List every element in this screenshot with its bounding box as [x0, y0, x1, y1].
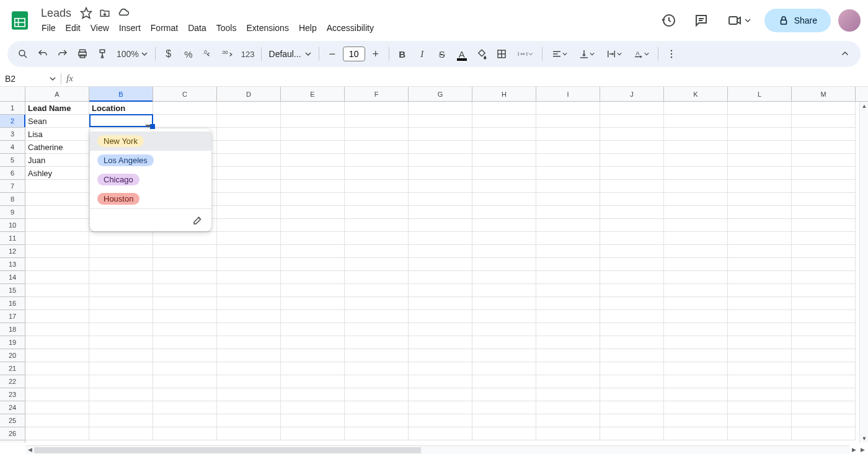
redo-icon[interactable]: [53, 45, 72, 63]
row-header[interactable]: 8: [0, 193, 25, 206]
cell[interactable]: [536, 258, 600, 271]
cell[interactable]: [25, 219, 89, 232]
undo-icon[interactable]: [33, 45, 52, 63]
cell[interactable]: [345, 232, 409, 245]
cell[interactable]: [217, 271, 281, 284]
row-header[interactable]: 19: [0, 336, 25, 349]
cell[interactable]: [600, 206, 664, 219]
cell[interactable]: [792, 154, 856, 167]
cell[interactable]: [472, 414, 536, 427]
cell[interactable]: [472, 193, 536, 206]
cell[interactable]: [536, 427, 600, 440]
cell[interactable]: [728, 349, 792, 362]
cell[interactable]: [792, 193, 856, 206]
scroll-right-icon[interactable]: ▶: [849, 445, 858, 454]
paint-format-icon[interactable]: [93, 45, 112, 63]
cell[interactable]: [728, 219, 792, 232]
row-header[interactable]: 26: [0, 427, 25, 440]
cell[interactable]: [217, 284, 281, 297]
cell[interactable]: [600, 154, 664, 167]
cell[interactable]: [153, 375, 217, 388]
cell[interactable]: [728, 297, 792, 310]
cell[interactable]: [217, 245, 281, 258]
cell[interactable]: [89, 297, 153, 310]
cell[interactable]: [345, 427, 409, 440]
cell[interactable]: Location: [89, 102, 153, 115]
cell[interactable]: [89, 349, 153, 362]
cell[interactable]: [409, 362, 472, 375]
cell[interactable]: [664, 349, 728, 362]
cell[interactable]: [728, 141, 792, 154]
font-select[interactable]: Defaul...: [265, 47, 315, 61]
cell[interactable]: [345, 219, 409, 232]
cell[interactable]: [664, 180, 728, 193]
cell[interactable]: [664, 297, 728, 310]
cell[interactable]: [600, 245, 664, 258]
cell[interactable]: [664, 206, 728, 219]
cell[interactable]: [345, 258, 409, 271]
cell[interactable]: [153, 323, 217, 336]
cell[interactable]: [153, 102, 217, 115]
cell[interactable]: [409, 401, 472, 414]
cell[interactable]: [89, 115, 153, 128]
cell[interactable]: [536, 375, 600, 388]
collapse-toolbar-icon[interactable]: [836, 45, 854, 63]
cell[interactable]: [345, 193, 409, 206]
row-header[interactable]: 3: [0, 128, 25, 141]
dropdown-option[interactable]: Chicago: [90, 170, 211, 189]
cell[interactable]: [536, 141, 600, 154]
cell[interactable]: [536, 362, 600, 375]
cell[interactable]: [664, 362, 728, 375]
cell[interactable]: [600, 271, 664, 284]
cell[interactable]: [792, 102, 856, 115]
scroll-down-icon[interactable]: ▼: [860, 434, 868, 443]
cell[interactable]: [472, 102, 536, 115]
horizontal-scrollbar[interactable]: [25, 445, 849, 454]
cell[interactable]: [664, 258, 728, 271]
print-icon[interactable]: [73, 45, 92, 63]
cell[interactable]: [345, 284, 409, 297]
cell[interactable]: [600, 167, 664, 180]
cell[interactable]: [345, 323, 409, 336]
cell[interactable]: [792, 141, 856, 154]
cell[interactable]: [409, 193, 472, 206]
cell[interactable]: [728, 284, 792, 297]
cell[interactable]: [89, 388, 153, 401]
cell[interactable]: [728, 323, 792, 336]
cell[interactable]: [792, 284, 856, 297]
cell[interactable]: [345, 180, 409, 193]
cell[interactable]: Juan: [25, 154, 89, 167]
cell[interactable]: [281, 180, 345, 193]
cell[interactable]: [728, 375, 792, 388]
cell[interactable]: [472, 141, 536, 154]
cell[interactable]: [792, 206, 856, 219]
text-rotation-icon[interactable]: A: [628, 45, 654, 63]
dropdown-option[interactable]: Los Angeles: [90, 151, 211, 170]
cell[interactable]: [536, 180, 600, 193]
cell[interactable]: [600, 258, 664, 271]
cell[interactable]: [664, 388, 728, 401]
cell[interactable]: [409, 284, 472, 297]
cell[interactable]: [345, 206, 409, 219]
cell[interactable]: [217, 128, 281, 141]
cell[interactable]: [728, 193, 792, 206]
column-header[interactable]: J: [600, 87, 664, 101]
cell[interactable]: [217, 323, 281, 336]
cell[interactable]: [792, 297, 856, 310]
cell[interactable]: [281, 193, 345, 206]
cell[interactable]: [281, 232, 345, 245]
cell[interactable]: [409, 141, 472, 154]
cell[interactable]: [409, 102, 472, 115]
move-icon[interactable]: [97, 6, 112, 20]
cell[interactable]: [281, 323, 345, 336]
cell[interactable]: [153, 284, 217, 297]
cell[interactable]: [25, 180, 89, 193]
cell[interactable]: Sean: [25, 115, 89, 128]
cell[interactable]: [89, 375, 153, 388]
cloud-status-icon[interactable]: [116, 6, 131, 20]
cell[interactable]: [281, 427, 345, 440]
cell[interactable]: [472, 336, 536, 349]
cell[interactable]: [25, 362, 89, 375]
cell[interactable]: [409, 349, 472, 362]
cell[interactable]: [536, 284, 600, 297]
